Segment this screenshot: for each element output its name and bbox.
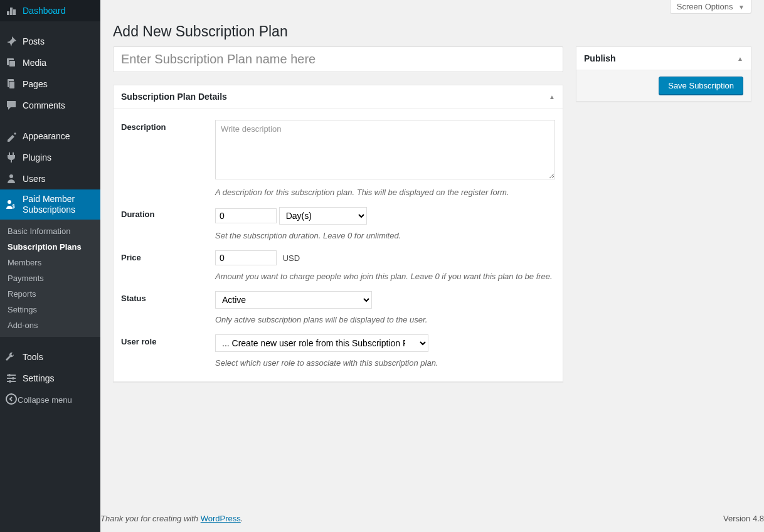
status-label: Status (121, 291, 215, 324)
svg-point-6 (9, 174, 13, 178)
sidebar-item-dashboard[interactable]: Dashboard (0, 0, 100, 21)
user-role-hint: Select which user role to associate with… (215, 358, 555, 368)
duration-hint: Set the subscription duration. Leave 0 f… (215, 231, 555, 240)
svg-point-14 (9, 380, 11, 383)
media-icon (5, 56, 18, 69)
price-input[interactable] (215, 250, 277, 265)
field-duration: Duration Day(s) Set the subscription dur… (121, 201, 555, 244)
save-subscription-button[interactable]: Save Subscription (659, 77, 743, 95)
sidebar-item-label: Tools (23, 352, 43, 362)
sidebar-item-label: Pages (23, 79, 48, 89)
sidebar-item-tools[interactable]: Tools (0, 346, 100, 368)
sidebar-item-label: Settings (23, 373, 55, 383)
sidebar-item-comments[interactable]: Comments (0, 95, 100, 116)
svg-point-13 (12, 377, 14, 380)
user-role-select[interactable]: ... Create new user role from this Subsc… (215, 334, 428, 352)
sidebar-item-label: Comments (23, 100, 65, 110)
duration-input[interactable] (215, 208, 277, 223)
field-description: Description A description for this subsc… (121, 116, 555, 201)
description-hint: A description for this subscription plan… (215, 188, 555, 197)
tools-icon (5, 351, 18, 363)
screen-options-tab[interactable]: Screen Options ▼ (670, 0, 751, 14)
admin-sidebar: Dashboard Posts Media Pages Comments App… (0, 0, 100, 532)
status-select[interactable]: Active (215, 291, 372, 309)
sidebar-item-pms[interactable]: $ Paid Member Subscriptions (0, 189, 100, 220)
duration-label: Duration (121, 207, 215, 240)
footer-version: Version 4.8 (723, 514, 764, 523)
sidebar-item-appearance[interactable]: Appearance (0, 125, 100, 147)
main-column: Subscription Plan Details ▲ Description … (113, 46, 563, 382)
page-title: Add New Subscription Plan (113, 14, 751, 46)
users-icon (5, 173, 18, 185)
plugins-icon (5, 151, 18, 164)
duration-unit-select[interactable]: Day(s) (279, 207, 367, 225)
submenu-addons[interactable]: Add-ons (0, 317, 100, 333)
publish-box: Publish ▲ Save Subscription (576, 46, 751, 102)
sidebar-separator (0, 116, 100, 125)
membership-icon: $ (5, 198, 18, 211)
svg-rect-2 (9, 61, 15, 66)
sidebar-item-label: Users (23, 174, 46, 184)
sidebar-item-label: Plugins (23, 152, 51, 162)
field-status: Status Active Only active subscription p… (121, 285, 555, 328)
comments-icon (5, 99, 18, 112)
sidebar-item-media[interactable]: Media (0, 52, 100, 73)
sidebar-submenu: Basic Information Subscription Plans Mem… (0, 220, 100, 337)
sidebar-item-plugins[interactable]: Plugins (0, 147, 100, 168)
sidebar-item-users[interactable]: Users (0, 168, 100, 189)
footer: Thank you for creating with WordPress. V… (100, 505, 764, 532)
submenu-settings[interactable]: Settings (0, 302, 100, 317)
sidebar-item-label: Media (23, 58, 46, 68)
sidebar-item-posts[interactable]: Posts (0, 31, 100, 52)
field-user-role: User role ... Create new user role from … (121, 328, 555, 371)
plan-name-input[interactable] (113, 46, 563, 72)
pages-icon (5, 78, 18, 90)
pin-icon (5, 35, 18, 48)
price-currency: USD (283, 253, 300, 263)
submenu-basic-info[interactable]: Basic Information (0, 223, 100, 239)
price-hint: Amount you want to charge people who joi… (215, 272, 555, 281)
status-hint: Only active subscription plans will be d… (215, 315, 555, 324)
chevron-down-icon: ▼ (738, 4, 745, 11)
sidebar-item-label: Posts (23, 36, 45, 46)
svg-rect-5 (9, 82, 14, 88)
sidebar-item-settings[interactable]: Settings (0, 368, 100, 389)
description-label: Description (121, 120, 215, 197)
footer-thanks: Thank you for creating with (100, 514, 201, 523)
sidebar-item-label: Appearance (23, 131, 70, 141)
collapse-icon (5, 393, 18, 407)
sidebar-separator (0, 337, 100, 346)
details-box-title: Subscription Plan Details (121, 92, 227, 102)
sidebar-item-label: Dashboard (23, 6, 66, 16)
sidebar-item-pages[interactable]: Pages (0, 73, 100, 95)
field-price: Price USD Amount you want to charge peop… (121, 244, 555, 285)
triangle-up-icon: ▲ (737, 55, 743, 62)
screen-options-label: Screen Options (677, 2, 733, 11)
sidebar-item-label: Paid Member Subscriptions (23, 194, 94, 216)
details-box: Subscription Plan Details ▲ Description … (113, 85, 563, 382)
publish-box-title: Publish (584, 53, 616, 63)
submenu-subscription-plans[interactable]: Subscription Plans (0, 239, 100, 255)
appearance-icon (5, 130, 18, 142)
description-textarea[interactable] (215, 120, 555, 179)
price-label: Price (121, 250, 215, 281)
user-role-label: User role (121, 334, 215, 368)
sidebar-separator (0, 21, 100, 31)
settings-icon (5, 372, 18, 385)
svg-text:$: $ (12, 203, 15, 210)
triangle-up-icon: ▲ (549, 93, 555, 100)
submenu-payments[interactable]: Payments (0, 270, 100, 286)
submenu-reports[interactable]: Reports (0, 286, 100, 302)
footer-wordpress-link[interactable]: WordPress (201, 514, 241, 523)
svg-point-15 (6, 394, 16, 404)
dashboard-icon (5, 4, 18, 17)
collapse-menu[interactable]: Collapse menu (0, 389, 100, 410)
submenu-members[interactable]: Members (0, 255, 100, 270)
collapse-label: Collapse menu (18, 395, 72, 405)
side-column: Publish ▲ Save Subscription (576, 46, 751, 382)
details-box-header[interactable]: Subscription Plan Details ▲ (114, 85, 563, 109)
publish-box-header[interactable]: Publish ▲ (576, 47, 751, 70)
svg-point-7 (8, 200, 11, 204)
svg-point-12 (8, 374, 11, 376)
